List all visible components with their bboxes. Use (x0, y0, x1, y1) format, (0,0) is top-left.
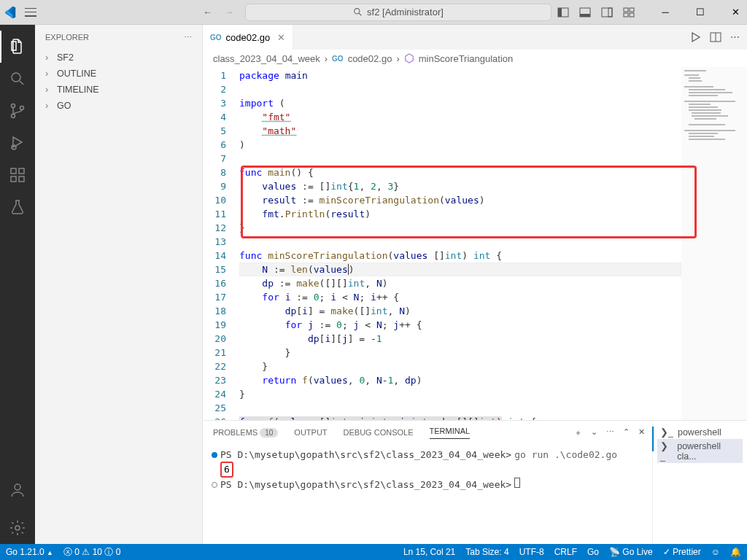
vscode-logo-icon (3, 6, 16, 19)
layout-icon-3[interactable] (601, 7, 613, 18)
nav-back-icon[interactable]: ← (203, 7, 212, 18)
minimap[interactable] (681, 67, 747, 420)
run-icon[interactable] (689, 31, 701, 43)
search-text: sf2 [Administrator] (367, 7, 444, 18)
tab-filename: code02.go (226, 32, 271, 43)
status-problems[interactable]: ⓧ 0 ⚠ 10 ⓘ 0 (63, 546, 120, 559)
split-icon[interactable] (710, 31, 721, 43)
status-encoding[interactable]: UTF-8 (519, 547, 544, 557)
svg-rect-31 (689, 89, 725, 90)
svg-rect-35 (689, 104, 711, 105)
activity-extensions[interactable] (0, 159, 35, 191)
svg-rect-27 (684, 74, 699, 76)
sidebar-item-outline[interactable]: ›OUTLINE (35, 66, 202, 82)
maximize-button[interactable]: ☐ (687, 2, 713, 23)
panel-tab-problems[interactable]: PROBLEMS 10 (213, 428, 278, 437)
layout-icon-4[interactable] (623, 7, 635, 18)
svg-rect-3 (558, 8, 562, 17)
panel-tab-terminal[interactable]: TERMINAL (430, 427, 471, 439)
tab-close-icon[interactable]: ✕ (277, 32, 285, 43)
panel-close-icon[interactable]: ✕ (638, 427, 645, 438)
svg-rect-45 (689, 139, 725, 140)
command-center[interactable]: sf2 [Administrator] (245, 4, 551, 21)
panel-tab-debug[interactable]: DEBUG CONSOLE (344, 428, 414, 437)
terminal-dropdown-icon[interactable]: ⌄ (591, 427, 597, 438)
breadcrumb[interactable]: class_2023_04_04_week› GO code02.go› min… (203, 50, 747, 67)
new-terminal-icon[interactable]: ＋ (574, 427, 582, 438)
activity-testing[interactable] (0, 191, 35, 223)
tab-code02[interactable]: GO code02.go ✕ (203, 25, 293, 50)
layout-icon-1[interactable] (557, 7, 569, 18)
svg-rect-36 (689, 106, 718, 108)
svg-rect-8 (624, 8, 628, 12)
go-file-icon: GO (332, 55, 344, 63)
svg-rect-26 (684, 70, 706, 71)
terminal-cursor (514, 478, 520, 488)
editor-area: GO code02.go ✕ ⋯ class_2023_04_04_week› … (203, 25, 747, 544)
activity-bar (0, 25, 35, 544)
terminal-icon: ❯_ (660, 440, 673, 462)
svg-rect-6 (602, 8, 612, 17)
sidebar-item-sf2[interactable]: ›SF2 (35, 50, 202, 66)
svg-rect-11 (630, 13, 634, 17)
svg-rect-5 (580, 14, 590, 17)
terminal-item-2[interactable]: ❯_powershell cla... (657, 439, 743, 463)
svg-rect-29 (689, 80, 702, 82)
svg-rect-34 (684, 101, 735, 102)
panel-more-icon[interactable]: ⋯ (606, 427, 614, 438)
layout-icon-2[interactable] (579, 7, 591, 18)
svg-rect-38 (692, 112, 721, 114)
svg-rect-39 (692, 115, 728, 117)
status-language[interactable]: Go (587, 547, 599, 557)
terminal-list: ❯_powershell ❯_powershell cla... (652, 421, 747, 544)
close-button[interactable]: ✕ (722, 2, 747, 23)
svg-rect-28 (689, 77, 700, 79)
go-file-icon: GO (210, 34, 222, 42)
explorer-sidebar: EXPLORER ⋯ ›SF2 ›OUTLINE ›TIMELINE ›GO (35, 25, 203, 544)
nav-forward-icon[interactable]: → (224, 7, 233, 18)
svg-rect-41 (689, 124, 725, 125)
svg-rect-33 (689, 95, 718, 96)
sidebar-item-go[interactable]: ›GO (35, 98, 202, 114)
svg-rect-40 (694, 118, 716, 120)
svg-rect-43 (689, 133, 718, 134)
activity-settings[interactable] (0, 512, 35, 544)
explorer-more-icon[interactable]: ⋯ (184, 33, 192, 42)
activity-run-debug[interactable] (0, 127, 35, 159)
activity-explorer[interactable] (0, 31, 35, 63)
svg-rect-32 (689, 92, 732, 93)
status-bell-icon[interactable]: 🔔 (730, 547, 741, 557)
activity-account[interactable] (0, 474, 35, 506)
minimize-button[interactable]: ─ (652, 2, 678, 23)
status-tab-size[interactable]: Tab Size: 4 (465, 547, 508, 557)
status-feedback-icon[interactable]: ☺ (711, 547, 720, 557)
svg-point-0 (355, 9, 360, 14)
activity-source-control[interactable] (0, 95, 35, 127)
svg-rect-20 (19, 176, 24, 182)
explorer-title: EXPLORER (45, 33, 89, 42)
svg-line-1 (359, 13, 361, 15)
status-prettier[interactable]: ✓ Prettier (663, 547, 701, 557)
sidebar-item-timeline[interactable]: ›TIMELINE (35, 82, 202, 98)
line-number-gutter: 1234567891011121314151617181920212223242… (203, 67, 239, 420)
status-eol[interactable]: CRLF (554, 547, 577, 557)
code-editor[interactable]: package main import ( "fmt" "math") func… (239, 67, 681, 420)
panel-maximize-icon[interactable]: ⌃ (623, 427, 630, 438)
svg-rect-44 (689, 136, 714, 137)
terminal-item-1[interactable]: ❯_powershell (657, 425, 743, 439)
svg-rect-19 (11, 176, 16, 182)
status-go-version[interactable]: Go 1.21.0 ▲ (6, 547, 53, 557)
svg-point-14 (12, 104, 15, 108)
panel-tab-output[interactable]: OUTPUT (294, 428, 327, 437)
svg-point-16 (20, 106, 24, 110)
terminal-content[interactable]: PS D:\mysetup\gopath\src\sf2\class_2023_… (203, 444, 652, 496)
menu-icon[interactable] (25, 8, 36, 17)
tab-more-icon[interactable]: ⋯ (730, 31, 740, 43)
svg-rect-30 (684, 86, 713, 88)
status-cursor-position[interactable]: Ln 15, Col 21 (403, 547, 455, 557)
symbol-function-icon (404, 53, 414, 63)
status-go-live[interactable]: 📡 Go Live (609, 547, 653, 557)
bullet-inactive-icon (212, 482, 217, 488)
svg-rect-9 (630, 8, 634, 12)
activity-search[interactable] (0, 63, 35, 95)
